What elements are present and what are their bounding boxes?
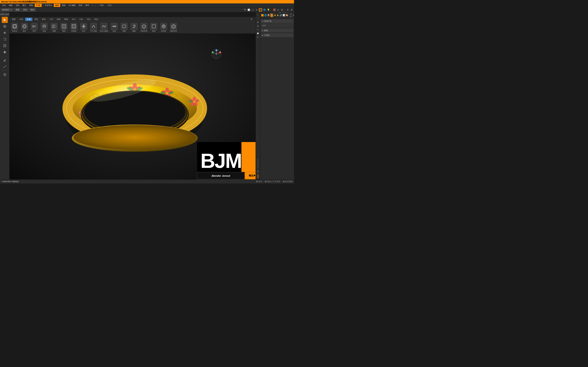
toolbar-icon-pause[interactable]: ⏸ (286, 8, 289, 12)
tool-panel-tabs: 视图 添加 生成 变换 复制 工具 物体 网格 布尔 分析 渲染 其他 ⚙ ✕ (10, 18, 259, 22)
tab-add[interactable]: 添加 (18, 18, 25, 21)
tab-generate[interactable]: 生成 (25, 18, 32, 21)
tool-wireframe[interactable]: 线框 (120, 22, 129, 33)
tool-mirror[interactable]: 镜像 (50, 22, 59, 33)
prop-icon-particles[interactable]: ✨ (273, 14, 276, 17)
tool-bevel-machine[interactable]: 斜切机 (159, 22, 168, 33)
toolbar-icon-solid[interactable]: ⬛ (259, 8, 262, 12)
tab-bool[interactable]: 布尔 (70, 18, 77, 21)
tool-custom-curve[interactable]: 自定义曲线 (99, 22, 109, 33)
toolbar-object[interactable]: 物体 (29, 8, 36, 12)
active-tool-header[interactable]: ▶ 活动工具 (261, 19, 293, 23)
tool-cursor[interactable] (2, 23, 8, 29)
menu-help[interactable]: 帮助 (28, 4, 34, 7)
toolbar-icon-view-layer[interactable]: 🔭 (243, 8, 247, 12)
menu-file[interactable]: 文件 (1, 4, 7, 7)
menu-uv-editing[interactable]: UV 编辑 (67, 4, 77, 7)
menu-edit[interactable]: 编辑 (8, 4, 14, 7)
strip-icon-3[interactable]: ⊞ (256, 20, 260, 24)
title-bar: Blender* [D:\Video\OBS\珠品班藏家例演示\02.blend… (0, 0, 294, 3)
tool-solid-face[interactable]: 固面实体 (169, 22, 178, 33)
tool-helix[interactable]: 螺旋 (130, 22, 138, 33)
tool-handcraft[interactable]: 手工花纹 (89, 22, 98, 33)
menu-render2[interactable]: 渲染 (77, 4, 84, 7)
bead-edge-icon (111, 23, 118, 30)
tab-mesh[interactable]: 网格 (63, 18, 70, 21)
tab-duplicate[interactable]: 复制 (40, 18, 47, 21)
options-header[interactable]: ▶ 选项 (261, 29, 293, 33)
strip-icon-2[interactable]: ↔ (256, 17, 260, 20)
options-title: 选项 (264, 29, 268, 32)
strip-icon-1[interactable]: ↕ (256, 13, 260, 16)
prop-icon-physics[interactable]: ⚡ (277, 14, 279, 17)
tool-bead-edge[interactable]: 珠边 (110, 22, 119, 33)
settings-icon[interactable]: ⚙ (249, 18, 254, 21)
tool-flower[interactable]: 花卉 (79, 22, 88, 33)
tab-render[interactable]: 渲染 (85, 18, 92, 21)
strip-icon-4[interactable]: ◈ (256, 24, 260, 27)
tool-move[interactable] (2, 30, 8, 36)
prop-icon-constraints[interactable]: 🔗 (279, 14, 282, 17)
tool-solidify[interactable]: 实体化 (10, 22, 19, 33)
helix-icon (131, 23, 138, 30)
tool-wireframe2[interactable]: 线框 (149, 22, 158, 33)
strip-icon-6[interactable]: 🔲 (256, 32, 260, 35)
menu-import[interactable]: ↓ 导入 (105, 4, 113, 7)
toolbar-icon-shading[interactable]: ● (255, 8, 258, 12)
menu-add-workspace[interactable]: + (91, 4, 95, 7)
toolbar-icon-object[interactable]: ⬜ (247, 8, 251, 12)
tab-transform[interactable]: 变换 (33, 18, 40, 21)
workspace-header[interactable]: ▶ 工作区 (261, 33, 293, 37)
navigation-gizmo[interactable]: X Y Z (211, 49, 222, 59)
tool-remesh[interactable]: 重构 (60, 22, 68, 33)
menu-sep2 (95, 4, 96, 7)
toolbar-view[interactable]: 视图 (14, 8, 21, 12)
array-label: 阵列 (33, 30, 36, 32)
tool-add-object[interactable] (2, 72, 8, 78)
tool-transform[interactable] (2, 49, 8, 55)
tab-view[interactable]: 视图 (10, 18, 17, 21)
menu-shading[interactable]: 着色 (61, 4, 67, 7)
svg-point-16 (23, 25, 26, 28)
tab-analysis[interactable]: 分析 (78, 18, 85, 21)
menu-geometry-nodes[interactable]: 几何节点 (43, 4, 53, 7)
toolbar-icon-rendered[interactable]: 💡 (267, 8, 270, 12)
prop-icon-material[interactable]: 🎨 (286, 14, 288, 17)
mode-dropdown[interactable]: 物体模式 ▼ (1, 8, 13, 12)
strip-icon-5[interactable]: ⬡ (256, 28, 260, 31)
tool-measure[interactable] (2, 64, 8, 70)
prop-icon-settings[interactable]: ⚙ (293, 14, 294, 17)
toolbar-icon-render-preview[interactable]: 🌐 (263, 8, 266, 12)
toolbar-icon-proportional[interactable]: ◎ (276, 8, 280, 12)
tab-tools[interactable]: 工具 (48, 18, 55, 21)
tool-solid-instance[interactable]: 实线实例 (139, 22, 148, 33)
menu-export[interactable]: ← 导出 (96, 4, 105, 7)
menu-lang[interactable]: 中/英 (35, 4, 42, 7)
tool-direct-swap[interactable]: 直换 (40, 22, 49, 33)
tab-other[interactable]: 其他 (93, 18, 100, 21)
tool-rotate[interactable] (2, 36, 8, 42)
arrow-icon3: ▶ (262, 34, 263, 36)
tool-annotate[interactable] (2, 57, 8, 63)
tool-subdivide[interactable]: 细分 (20, 22, 29, 33)
strip-icon-7[interactable]: ● (256, 35, 260, 39)
toolbar-icon-grid[interactable]: ⊞ (280, 8, 284, 12)
tab-object[interactable]: 物体 (55, 18, 62, 21)
prop-icon-data[interactable]: 📊 (283, 14, 285, 17)
menu-window[interactable]: 窗口 (21, 4, 27, 7)
tool-select[interactable] (2, 17, 8, 23)
menu-scripting[interactable]: 脚本 (84, 4, 91, 7)
menu-render[interactable]: 渲染 (14, 4, 21, 7)
toolbar-icon-settings2[interactable]: ⚙ (290, 8, 293, 12)
tool-multiresolution[interactable]: 多细度 (69, 22, 78, 33)
prop-icon-object[interactable]: 📦 (267, 14, 270, 17)
tool-array[interactable]: 阵列 (30, 22, 39, 33)
prop-icon-world[interactable]: 🌐 (264, 14, 267, 17)
tool-scale[interactable] (2, 43, 8, 49)
menu-modeling[interactable]: 建模 (54, 4, 60, 7)
toolbar-icon-snap[interactable]: 🧲 (272, 8, 276, 12)
toolbar-icon-mat[interactable]: ⬡ (251, 8, 254, 12)
prop-icon-scene[interactable]: 🟧 (261, 14, 264, 17)
toolbar-add[interactable]: 添加 (22, 8, 28, 12)
prop-icon-modifier[interactable]: 🔧 (270, 14, 273, 17)
